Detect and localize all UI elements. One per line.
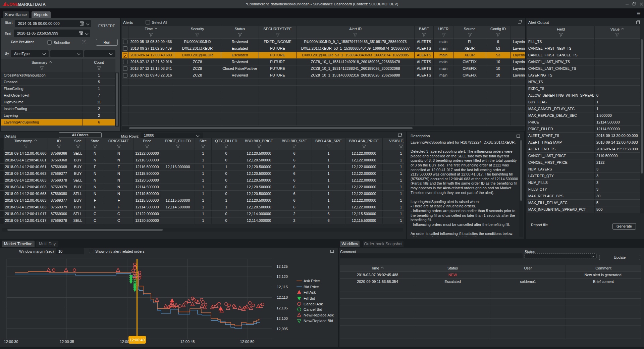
svg-text:12:00:30: 12:00:30 [4,340,18,344]
svg-text:Cancel Bid: Cancel Bid [304,307,322,311]
svg-text:Fill Bid: Fill Bid [304,296,315,300]
svg-text:12:00:40: 12:00:40 [130,338,145,342]
svg-text:Ask Price: Ask Price [304,279,320,283]
svg-text:12:00:45: 12:00:45 [180,340,195,344]
svg-text:Cancel Ask: Cancel Ask [304,302,323,306]
svg-text:Fill Ask: Fill Ask [304,290,316,294]
svg-text:New/Replace Bid: New/Replace Bid [304,319,333,323]
svg-text:12,125: 12,125 [276,264,288,268]
svg-text:12,100: 12,100 [276,316,288,320]
svg-text:New/Replace Ask: New/Replace Ask [304,313,334,317]
svg-text:12,095: 12,095 [276,327,288,331]
svg-text:12,120: 12,120 [276,275,288,279]
svg-text:12:00:50: 12:00:50 [240,340,255,344]
svg-text:12,110: 12,110 [277,295,288,299]
svg-text:12,105: 12,105 [276,306,288,310]
svg-text:12:00:35: 12:00:35 [60,340,74,344]
svg-text:Bid Price: Bid Price [304,285,319,289]
svg-text:12,115: 12,115 [277,285,288,289]
